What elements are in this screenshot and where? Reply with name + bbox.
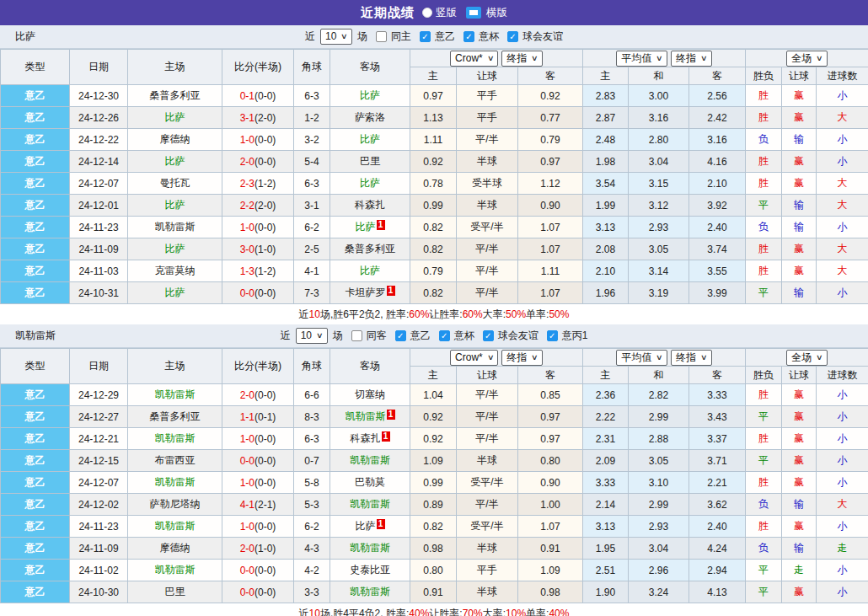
filter-checkbox-球会友谊[interactable]: ✓ xyxy=(483,330,494,341)
team-cell: 凯勒雷斯 xyxy=(128,560,222,581)
avg-draw-cell: 3.10 xyxy=(629,472,689,494)
red-card-badge: 1 xyxy=(382,431,390,442)
header-select-1-1-value: 终指 xyxy=(676,351,696,364)
result-cell: 平 xyxy=(746,450,782,472)
date-cell: 24-12-27 xyxy=(70,406,128,428)
games-label: 场 xyxy=(357,29,367,44)
chevron-down-icon: ∨ xyxy=(340,30,348,43)
sub-col-header: 进球数 xyxy=(817,67,868,85)
handicap-result-cell: 赢 xyxy=(782,238,817,260)
match-row: 意乙24-12-15布雷西亚0-0(0-0)0-7凯勒雷斯1.09半球0.802… xyxy=(1,450,868,472)
checkbox-label: 球会友谊 xyxy=(498,329,538,343)
away-odds-cell: 0.97 xyxy=(518,151,583,173)
header-select-0-1[interactable]: 终指∨ xyxy=(501,350,543,366)
halftime-score: (0-0) xyxy=(255,389,276,401)
league-cell: 意乙 xyxy=(1,238,70,260)
score-cell: 0-0(0-0) xyxy=(222,282,294,304)
filter-checkbox-球会友谊[interactable]: ✓ xyxy=(507,31,518,42)
avg-home-cell: 2.36 xyxy=(583,384,629,406)
header-select-1-1[interactable]: 终指∨ xyxy=(671,51,712,67)
team-cell: 科森扎 xyxy=(330,195,410,217)
checkbox-label: 意杯 xyxy=(479,29,499,44)
away-odds-cell: 0.97 xyxy=(518,406,583,428)
header-select-0-0[interactable]: Crow*∨ xyxy=(450,350,498,366)
handicap-cell: 平/半 xyxy=(457,282,518,304)
match-count-select[interactable]: 10∨ xyxy=(296,328,328,344)
goals-result-cell: 走 xyxy=(817,538,868,560)
goals-result-cell: 大 xyxy=(817,195,868,217)
team-link: 克雷莫纳 xyxy=(155,265,196,276)
summary-stat-value: 10 xyxy=(309,308,320,320)
col-header: 客场 xyxy=(330,349,410,384)
avg-home-cell: 2.48 xyxy=(583,129,629,151)
header-select-1-0[interactable]: 平均值∨ xyxy=(616,350,667,366)
filter-checkbox-意杯[interactable]: ✓ xyxy=(439,330,450,341)
score-cell: 3-1(2-0) xyxy=(222,107,294,129)
team-link: 萨索洛 xyxy=(355,111,385,123)
fulltime-score: 1-0 xyxy=(240,433,255,445)
team-link: 布雷西亚 xyxy=(155,454,196,466)
halftime-score: (0-0) xyxy=(255,521,276,533)
filter-checkbox-意乙[interactable]: ✓ xyxy=(395,330,406,341)
results-table: 类型日期主场比分(半场)角球客场Crow*∨终指∨平均值∨终指∨全场∨主让球客主… xyxy=(0,348,868,603)
header-select-2-0[interactable]: 全场∨ xyxy=(786,350,828,366)
away-odds-cell: 1.11 xyxy=(518,260,583,282)
radio-selected-icon[interactable] xyxy=(466,7,481,19)
team-link: 凯勒雷斯 xyxy=(350,498,390,510)
team-cell: 凯勒雷斯 xyxy=(330,450,410,472)
handicap-result-cell: 输 xyxy=(782,538,817,560)
odds-source-header: Crow*∨终指∨ xyxy=(410,349,583,367)
filter-checkbox-同客[interactable] xyxy=(351,330,362,341)
date-cell: 24-12-14 xyxy=(70,151,128,173)
team-cell: 巴里 xyxy=(330,151,410,173)
filter-checkbox-意杯[interactable]: ✓ xyxy=(463,31,474,42)
goals-result-cell: 大 xyxy=(817,494,868,516)
team-cell: 凯勒雷斯 xyxy=(330,538,410,560)
header-select-0-1[interactable]: 终指∨ xyxy=(501,51,543,67)
layout-radio-vertical[interactable]: 竖版 xyxy=(422,6,457,20)
handicap-cell: 平/半 xyxy=(457,494,518,516)
filter-checkbox-意乙[interactable]: ✓ xyxy=(420,31,431,42)
filter-checkbox-同主[interactable] xyxy=(376,31,387,42)
checkbox-label: 意乙 xyxy=(410,329,431,343)
league-cell: 意乙 xyxy=(1,428,70,450)
home-odds-cell: 1.09 xyxy=(410,450,457,472)
team-cell: 凯勒雷斯 xyxy=(128,472,222,494)
match-row: 意乙24-11-03克雷莫纳1-3(1-2)4-1比萨0.79平/半1.112.… xyxy=(1,260,868,282)
league-cell: 意乙 xyxy=(1,129,70,151)
date-cell: 24-12-01 xyxy=(70,195,128,217)
home-odds-cell: 1.11 xyxy=(410,129,457,151)
team-link: 凯勒雷斯 xyxy=(346,410,386,422)
fulltime-score: 1-0 xyxy=(240,222,255,233)
team-cell: 凯勒雷斯 xyxy=(330,494,410,516)
avg-away-cell: 3.99 xyxy=(689,282,746,304)
radio-icon[interactable] xyxy=(422,8,432,18)
score-cell: 0-1(0-0) xyxy=(222,85,294,107)
header-select-1-0[interactable]: 平均值∨ xyxy=(616,51,667,67)
goals-result-cell: 小 xyxy=(817,428,868,450)
filter-checkbox-意丙1[interactable]: ✓ xyxy=(547,330,558,341)
header-select-0-0-value: Crow* xyxy=(455,52,483,65)
match-row: 意乙24-12-14比萨2-0(0-0)5-4巴里0.92半球0.971.983… xyxy=(1,151,868,173)
handicap-cell: 平/半 xyxy=(457,238,518,260)
sub-col-header: 主 xyxy=(410,67,457,85)
date-cell: 24-11-23 xyxy=(70,516,128,538)
match-count-select[interactable]: 10∨ xyxy=(320,29,352,45)
halftime-score: (2-0) xyxy=(255,112,276,124)
header-select-1-1[interactable]: 终指∨ xyxy=(671,350,712,366)
halftime-score: (0-0) xyxy=(255,477,276,489)
team-link: 科森扎 xyxy=(355,199,385,211)
layout-radio-horizontal[interactable]: 横版 xyxy=(464,6,507,20)
fulltime-score: 1-0 xyxy=(240,134,255,146)
header-select-2-0[interactable]: 全场∨ xyxy=(786,51,828,67)
header-select-0-0[interactable]: Crow*∨ xyxy=(450,51,498,67)
team-link: 卡坦萨罗 xyxy=(346,287,386,298)
goals-result-cell: 小 xyxy=(817,560,868,581)
avg-draw-cell: 3.15 xyxy=(629,173,689,195)
away-odds-cell: 1.00 xyxy=(518,494,583,516)
corner-cell: 6-2 xyxy=(294,217,330,238)
corner-cell: 6-3 xyxy=(294,85,330,107)
col-header: 比分(半场) xyxy=(222,349,294,384)
summary-stat-label: 近 xyxy=(299,308,309,322)
team-cell: 巴勒莫 xyxy=(330,472,410,494)
